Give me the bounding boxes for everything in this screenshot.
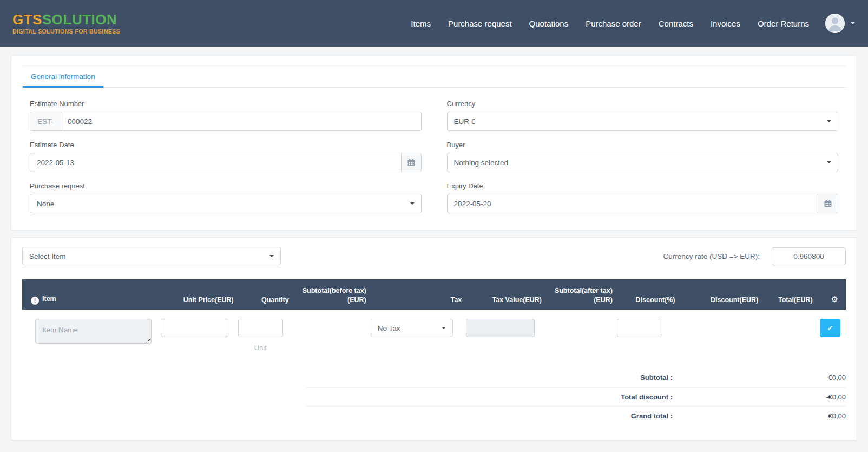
tax-value-input (466, 319, 535, 337)
tab-general-information[interactable]: General information (23, 66, 103, 88)
logo[interactable]: GTSSOLUTION DIGITAL SOLUTIONS FOR BUSINE… (12, 12, 120, 35)
col-discount-percent: Discount(%) (617, 279, 680, 310)
field-currency: Currency EUR € (447, 100, 839, 131)
items-card: Select Item Currency rate (USD => EUR): … (11, 237, 857, 440)
logo-tagline: DIGITAL SOLUTIONS FOR BUSINESS (12, 29, 120, 35)
cell-unit-price (161, 310, 238, 352)
tax-select[interactable]: No Tax (371, 319, 453, 337)
col-tax-value: Tax Value(EUR) (466, 279, 546, 310)
estimate-number-group: EST- (30, 112, 422, 131)
user-avatar-icon (825, 14, 845, 33)
cell-subtotal-before-tax (293, 310, 371, 352)
totals-row-discount: Total discount : -€0,00 (306, 387, 846, 406)
cell-quantity: Unit (238, 310, 293, 352)
col-discount-eur: Discount(EUR) (680, 279, 763, 310)
col-total: Total(EUR) (762, 279, 817, 310)
cell-discount-percent (617, 310, 680, 352)
estimate-date-calendar-button[interactable] (401, 153, 421, 172)
expiry-date-input[interactable] (448, 194, 818, 213)
subtotal-label: Subtotal : (306, 374, 673, 382)
totals-section: Subtotal : €0,00 Total discount : -€0,00… (306, 368, 846, 425)
nav-item-order-returns[interactable]: Order Returns (749, 19, 818, 28)
estimate-date-group (30, 153, 422, 172)
cell-item (22, 310, 161, 352)
col-item: !Item (22, 279, 161, 310)
logo-solution: SOLUTION (42, 11, 117, 28)
purchase-request-select[interactable]: None (30, 194, 422, 213)
cell-tax-value (466, 310, 546, 352)
currency-select[interactable]: EUR € (447, 112, 839, 131)
purchase-request-label: Purchase request (30, 182, 422, 190)
caret-down-icon (851, 22, 855, 24)
estimate-number-prefix: EST- (30, 112, 61, 130)
nav-item-items[interactable]: Items (402, 19, 439, 28)
tab-bar: General information (22, 66, 846, 88)
caret-down-icon (269, 255, 274, 257)
general-form: Estimate Number EST- Currency EUR € Esti… (30, 100, 838, 213)
select-item-dropdown[interactable]: Select Item (22, 247, 281, 265)
nav-links: Items Purchase request Quotations Purcha… (402, 19, 818, 28)
avatar (825, 14, 845, 33)
general-information-card: General information Estimate Number EST-… (11, 56, 857, 230)
totals-row-grand-total: Grand total : €0,00 (306, 406, 846, 425)
field-buyer: Buyer Nothing selected (447, 141, 839, 172)
currency-selected-value: EUR € (454, 117, 476, 126)
gear-icon: ⚙ (831, 294, 838, 304)
discount-percent-input[interactable] (617, 319, 662, 337)
buyer-selected-value: Nothing selected (454, 159, 509, 167)
buyer-select[interactable]: Nothing selected (447, 153, 839, 172)
nav-item-invoices[interactable]: Invoices (702, 19, 749, 28)
cell-tax: No Tax (371, 310, 466, 352)
items-table-header-row: !Item Unit Price(EUR) Quantity Subtotal(… (22, 279, 846, 310)
caret-down-icon (442, 327, 446, 329)
currency-label: Currency (447, 100, 839, 108)
logo-title: GTSSOLUTION (12, 12, 120, 27)
field-estimate-date: Estimate Date (30, 141, 422, 172)
subtotal-value: €0,00 (673, 374, 846, 382)
logo-gts: GTS (12, 11, 42, 28)
calendar-icon (824, 200, 832, 207)
cell-subtotal-after-tax (546, 310, 617, 352)
grand-total-value: €0,00 (673, 412, 846, 420)
confirm-item-button[interactable]: ✔ (820, 319, 840, 337)
expiry-date-label: Expiry Date (447, 182, 839, 190)
page-content: General information Estimate Number EST-… (0, 47, 868, 440)
nav-item-quotations[interactable]: Quotations (521, 19, 577, 28)
items-table: !Item Unit Price(EUR) Quantity Subtotal(… (22, 279, 846, 352)
calendar-icon (407, 159, 415, 166)
quantity-input[interactable] (238, 319, 283, 337)
currency-rate-input[interactable] (772, 247, 846, 265)
tax-selected-value: No Tax (378, 324, 400, 332)
estimate-number-input[interactable] (61, 112, 420, 130)
nav-item-purchase-order[interactable]: Purchase order (577, 19, 650, 28)
caret-down-icon (827, 120, 831, 122)
currency-rate-group: Currency rate (USD => EUR): (663, 247, 846, 265)
user-menu[interactable] (825, 14, 855, 33)
estimate-number-label: Estimate Number (30, 100, 422, 108)
field-expiry-date: Expiry Date (447, 182, 839, 213)
cell-action: ✔ (817, 310, 846, 352)
buyer-label: Buyer (447, 141, 839, 149)
nav-item-purchase-request[interactable]: Purchase request (439, 19, 521, 28)
caret-down-icon (410, 202, 415, 205)
table-settings-button[interactable]: ⚙ (817, 279, 846, 310)
totals-row-subtotal: Subtotal : €0,00 (306, 368, 846, 387)
new-item-row: Unit No Tax (22, 310, 846, 352)
col-tax: Tax (371, 279, 466, 310)
unit-price-input[interactable] (161, 319, 228, 337)
select-item-value: Select Item (29, 252, 66, 260)
estimate-date-input[interactable] (30, 153, 401, 172)
item-name-textarea[interactable] (35, 319, 152, 344)
cell-discount-eur (680, 310, 763, 352)
purchase-request-selected-value: None (37, 200, 54, 208)
currency-rate-label: Currency rate (USD => EUR): (663, 252, 760, 260)
field-estimate-number: Estimate Number EST- (30, 100, 422, 131)
nav-item-contracts[interactable]: Contracts (650, 19, 702, 28)
expiry-date-calendar-button[interactable] (818, 194, 838, 213)
unit-caption: Unit (238, 344, 283, 352)
check-icon: ✔ (827, 324, 833, 332)
caret-down-icon (827, 161, 831, 163)
col-quantity: Quantity (238, 279, 293, 310)
top-navbar: GTSSOLUTION DIGITAL SOLUTIONS FOR BUSINE… (0, 0, 868, 47)
items-toolbar: Select Item Currency rate (USD => EUR): (22, 247, 846, 265)
